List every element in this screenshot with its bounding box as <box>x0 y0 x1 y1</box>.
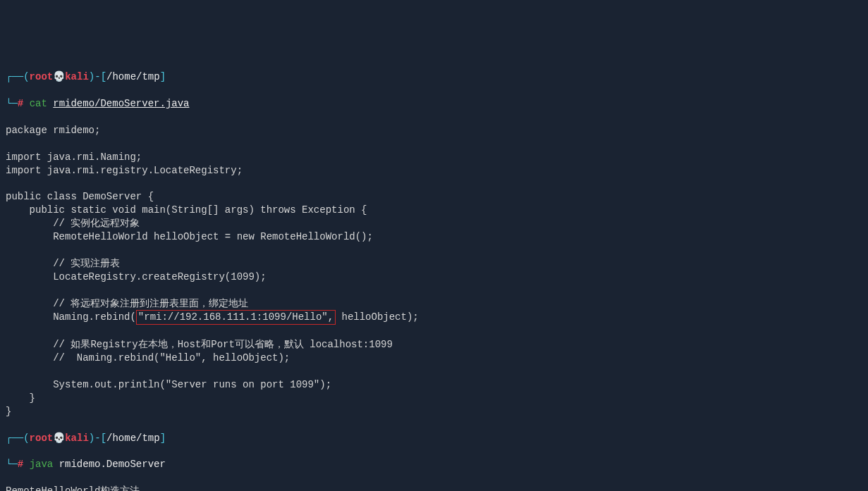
source-line: public static void main(String[] args) t… <box>6 204 367 216</box>
prompt-open: ┌──( <box>6 433 30 444</box>
cmd-arg: rmidemo/DemoServer.java <box>53 98 189 109</box>
prompt-close: )-[ <box>89 71 106 82</box>
source-line: System.out.println("Server runs on port … <box>6 379 331 390</box>
prompt-hash: # <box>18 459 23 470</box>
cmd-arg: rmidemo.DemoServer <box>59 459 166 470</box>
prompt-end: ] <box>160 433 166 444</box>
prompt-line-4[interactable]: └─# java rmidemo.DemoServer <box>6 458 862 471</box>
source-line-rebind: Naming.rebind("rmi://192.168.111.1:1099/… <box>6 311 419 323</box>
source-line: // 将远程对象注册到注册表里面，绑定地址 <box>6 298 248 309</box>
cmd-java: java <box>30 459 54 470</box>
prompt-path: /home/tmp <box>106 433 160 444</box>
prompt-hash: # <box>18 98 23 109</box>
terminal-output: ┌──(root💀kali)-[/home/tmp] └─# cat rmide… <box>6 58 862 491</box>
prompt-close: )-[ <box>89 433 106 444</box>
prompt-path: /home/tmp <box>106 71 160 82</box>
prompt-line-3: ┌──(root💀kali)-[/home/tmp] <box>6 432 862 445</box>
source-line: // 实现注册表 <box>6 258 120 269</box>
source-line: LocateRegistry.createRegistry(1099); <box>6 271 267 282</box>
prompt-user: root <box>30 433 54 444</box>
skull-icon: 💀 <box>53 433 65 444</box>
prompt-prefix: └─ <box>6 98 18 109</box>
source-line: import java.rmi.registry.LocateRegistry; <box>6 165 243 176</box>
prompt-line-1: ┌──(root💀kali)-[/home/tmp] <box>6 70 862 84</box>
cmd-cat: cat <box>30 98 47 109</box>
prompt-host: kali <box>65 433 89 444</box>
source-line: // 如果Registry在本地，Host和Port可以省略，默认 localh… <box>6 339 393 350</box>
rebind-prefix: Naming.rebind( <box>6 311 136 323</box>
source-line: package rmidemo; <box>6 125 100 136</box>
prompt-host: kali <box>65 71 89 82</box>
source-line: import java.rmi.Naming; <box>6 151 142 163</box>
output-line: RemoteHelloWorld构造方法 <box>6 485 140 491</box>
source-line: } <box>6 392 35 404</box>
prompt-end: ] <box>160 71 166 82</box>
source-line: // 实例化远程对象 <box>6 218 140 229</box>
prompt-user: root <box>30 71 54 82</box>
source-line: RemoteHelloWorld helloObject = new Remot… <box>6 231 373 242</box>
skull-icon: 💀 <box>53 71 65 82</box>
source-line: } <box>6 406 11 417</box>
prompt-line-2[interactable]: └─# cat rmidemo/DemoServer.java <box>6 97 862 111</box>
rebind-suffix: helloObject); <box>336 311 419 323</box>
source-line: public class DemoServer { <box>6 191 154 202</box>
rmi-url-highlight: "rmi://192.168.111.1:1099/Hello", <box>136 310 336 325</box>
source-line: // Naming.rebind("Hello", helloObject); <box>6 352 290 363</box>
prompt-prefix: └─ <box>6 459 18 470</box>
prompt-open: ┌──( <box>6 71 30 82</box>
